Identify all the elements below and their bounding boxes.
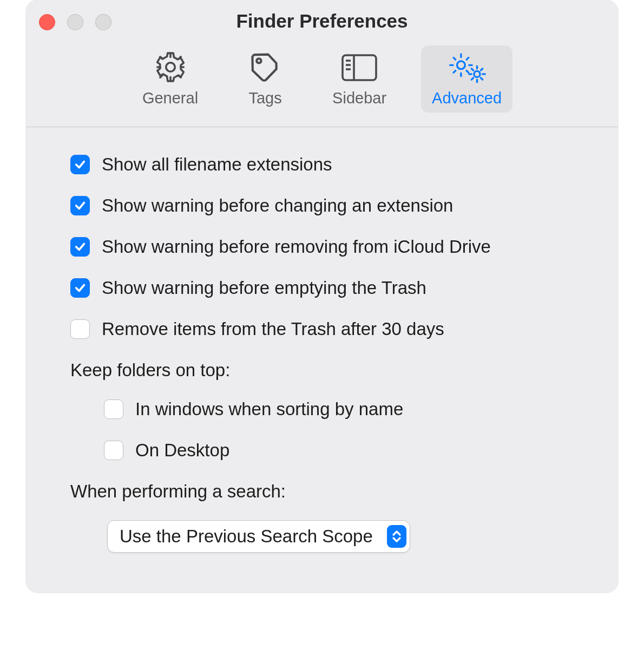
close-button[interactable]	[39, 14, 55, 30]
svg-point-7	[457, 61, 465, 69]
checkbox-show-extensions[interactable]	[70, 155, 90, 174]
checkbox-folders-top-windows[interactable]	[104, 399, 123, 419]
option-row: Remove items from the Trash after 30 day…	[70, 319, 584, 339]
search-scope-select[interactable]: Use the Previous Search Scope	[107, 520, 410, 553]
checkbox-warn-icloud-remove[interactable]	[70, 237, 90, 257]
option-label: Show warning before changing an extensio…	[102, 195, 453, 216]
svg-point-8	[474, 71, 480, 77]
option-label: Show warning before emptying the Trash	[102, 278, 426, 298]
gears-icon	[447, 50, 487, 84]
updown-icon	[387, 525, 406, 548]
gear-icon	[150, 50, 190, 84]
option-row: Show warning before removing from iCloud…	[70, 237, 584, 257]
option-row: In windows when sorting by name	[70, 399, 584, 419]
window-title: Finder Preferences	[236, 10, 408, 32]
tag-icon	[245, 50, 285, 84]
option-label: In windows when sorting by name	[135, 399, 403, 419]
svg-rect-2	[343, 55, 376, 80]
tab-general[interactable]: General	[132, 45, 209, 113]
svg-point-0	[166, 63, 175, 72]
checkbox-warn-empty-trash[interactable]	[70, 278, 90, 298]
zoom-button[interactable]	[95, 14, 111, 30]
title-bar: Finder Preferences	[26, 0, 618, 42]
tab-label: Sidebar	[332, 89, 386, 107]
option-row: Show warning before emptying the Trash	[70, 278, 584, 298]
option-label: Show warning before removing from iCloud…	[102, 237, 491, 257]
tab-advanced[interactable]: Advanced	[421, 45, 512, 113]
option-label: On Desktop	[135, 440, 229, 461]
tab-label: General	[142, 89, 198, 107]
sidebar-icon	[339, 51, 379, 84]
tab-sidebar[interactable]: Sidebar	[321, 45, 397, 113]
preferences-window: Finder Preferences General Tags	[26, 0, 618, 593]
svg-point-1	[257, 58, 261, 63]
keep-folders-heading: Keep folders on top:	[70, 360, 584, 381]
checkbox-folders-top-desktop[interactable]	[104, 441, 123, 460]
advanced-pane: Show all filename extensions Show warnin…	[26, 127, 618, 574]
checkbox-auto-remove-trash[interactable]	[70, 319, 90, 339]
option-row: Show all filename extensions	[70, 154, 584, 175]
tab-label: Tags	[248, 89, 281, 107]
option-row: On Desktop	[70, 440, 584, 461]
tab-tags[interactable]: Tags	[233, 45, 298, 113]
checkbox-warn-change-extension[interactable]	[70, 196, 90, 215]
option-row: Show warning before changing an extensio…	[70, 195, 584, 216]
traffic-lights	[39, 14, 111, 30]
toolbar: General Tags Sidebar	[26, 42, 618, 127]
search-heading: When performing a search:	[70, 481, 584, 502]
tab-label: Advanced	[432, 89, 502, 107]
minimize-button[interactable]	[67, 14, 83, 30]
select-value: Use the Previous Search Scope	[120, 526, 373, 547]
search-select-wrap: Use the Previous Search Scope	[70, 520, 584, 553]
option-label: Remove items from the Trash after 30 day…	[102, 319, 444, 339]
option-label: Show all filename extensions	[102, 154, 332, 175]
